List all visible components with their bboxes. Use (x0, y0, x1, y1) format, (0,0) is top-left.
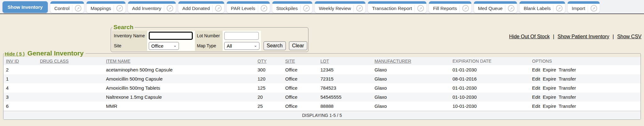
popout-icon[interactable]: ↗ (508, 5, 514, 12)
column-header-manufacturer[interactable]: MANUFACTURER (375, 59, 411, 64)
expire-link[interactable]: Expire (543, 76, 556, 81)
tab-divider (212, 5, 213, 12)
cell-item-name: acetaminophen 500mg Capsule (103, 65, 255, 74)
transfer-link[interactable]: Transfer (558, 67, 576, 72)
show-patient-inventory-link[interactable]: Show Patient Inventory (558, 34, 609, 39)
cell-qty: 120 (255, 74, 283, 83)
popout-icon[interactable]: ↗ (303, 5, 310, 12)
hide-section-link[interactable]: Hide ( 5 ) (5, 51, 25, 56)
paging-status: DISPLAYING 1-5 / 5 (3, 111, 641, 119)
hide-out-of-stock-link[interactable]: Hide Out Of Stock (509, 34, 550, 39)
table-row: 4 Amoxicillin 500mg Tablets 125 Office 7… (3, 83, 641, 92)
expire-link[interactable]: Expire (543, 67, 556, 72)
cell-manufacturer: Glaxo (372, 65, 450, 74)
edit-link[interactable]: Edit (532, 103, 540, 109)
cell-options: Edit Expire Transfer (530, 74, 641, 83)
inventory-name-label: Inventory Name (112, 31, 147, 41)
cell-inv-id: 6 (3, 102, 37, 111)
tab-top-strip (128, 1, 176, 4)
tab-par-levels[interactable]: PAR Levels ↗ (227, 1, 269, 13)
tab-label: Blank Labels (524, 6, 551, 11)
tab-bar: Show Inventory Control ↗ Mappings ↗ Add … (0, 0, 644, 14)
popout-icon[interactable]: ↗ (462, 5, 469, 12)
lot-number-input[interactable] (224, 32, 259, 40)
tab-divider (553, 5, 553, 12)
tab-top-strip (227, 1, 269, 4)
popout-icon[interactable]: ↗ (167, 5, 173, 12)
tab-top-strip (315, 1, 365, 4)
tab-control[interactable]: Control ↗ (50, 1, 84, 13)
tab-label: Control (54, 6, 69, 11)
tab-top-strip (429, 1, 471, 4)
site-select-value: Office (151, 43, 164, 49)
tab-blank-labels[interactable]: Blank Labels ↗ (519, 1, 565, 13)
tab-weekly-review[interactable]: Weekly Review ↗ (315, 1, 365, 13)
cell-manufacturer: Glaxo (372, 83, 450, 92)
edit-link[interactable]: Edit (532, 67, 540, 72)
expire-link[interactable]: Expire (543, 94, 556, 100)
show-csv-link[interactable]: Show CSV (617, 34, 641, 39)
table-header-row: INV ID DRUG CLASS ITEM NAME QTY SITE LOT… (3, 57, 641, 65)
inventory-name-input[interactable] (149, 32, 193, 40)
column-header-drug-class[interactable]: DRUG CLASS (40, 59, 69, 64)
clear-button[interactable]: Clear (289, 41, 307, 50)
cell-lot: 12345 (318, 65, 372, 74)
popout-icon[interactable]: ↗ (116, 5, 123, 12)
tab-fill-reports[interactable]: Fill Reports ↗ (429, 1, 471, 13)
search-panel-title: Search (112, 24, 135, 31)
column-header-qty[interactable]: QTY (258, 59, 267, 64)
popout-icon[interactable]: ↗ (591, 5, 597, 12)
edit-link[interactable]: Edit (532, 94, 540, 100)
tab-divider (300, 5, 301, 12)
tab-label: Add Inventory (132, 6, 161, 11)
tab-label: Weekly Review (319, 6, 351, 11)
tab-show-inventory[interactable]: Show Inventory (3, 1, 48, 13)
popout-icon[interactable]: ↗ (556, 5, 563, 12)
transfer-link[interactable]: Transfer (558, 103, 576, 109)
column-header-item-name[interactable]: ITEM NAME (106, 59, 130, 64)
expire-link[interactable]: Expire (543, 85, 556, 91)
site-select[interactable]: Office ⌄ (149, 42, 179, 50)
tab-import[interactable]: Import ↗ (568, 1, 600, 13)
tab-divider (114, 5, 114, 12)
transfer-link[interactable]: Transfer (558, 76, 576, 81)
column-header-lot[interactable]: LOT (320, 59, 329, 64)
column-header-options: OPTIONS (532, 59, 552, 64)
edit-link[interactable]: Edit (532, 85, 540, 91)
popout-icon[interactable]: ↗ (215, 5, 222, 12)
cell-lot: 54545555 (318, 92, 372, 102)
transfer-link[interactable]: Transfer (558, 94, 576, 100)
column-header-site[interactable]: SITE (285, 59, 295, 64)
cell-item-name: MMR (103, 102, 255, 111)
cell-manufacturer: Glaxo (372, 92, 450, 102)
tab-add-donated[interactable]: Add Donated ↗ (178, 1, 225, 13)
tab-label: Mappings (91, 6, 111, 11)
tab-label: Show Inventory (8, 4, 43, 10)
tab-stockpiles[interactable]: Stockpiles ↗ (272, 1, 312, 13)
tab-add-inventory[interactable]: Add Inventory ↗ (128, 1, 176, 13)
cell-qty: 125 (255, 83, 283, 92)
popout-icon[interactable]: ↗ (356, 5, 363, 12)
search-button[interactable]: Search (264, 41, 286, 50)
tab-top-strip (568, 1, 600, 4)
tab-transaction-report[interactable]: Transaction Report ↗ (368, 1, 426, 13)
cell-inv-id: 2 (3, 65, 37, 74)
popout-icon[interactable]: ↗ (261, 5, 267, 12)
edit-link[interactable]: Edit (532, 76, 540, 81)
cell-lot: 72315 (318, 74, 372, 83)
tab-label: Transaction Report (372, 6, 412, 11)
map-type-select[interactable]: All ⌄ (224, 42, 259, 50)
tab-med-queue[interactable]: Med Queue ↗ (474, 1, 517, 13)
column-header-inv-id[interactable]: INV ID (6, 59, 19, 64)
popout-icon[interactable]: ↗ (75, 5, 81, 12)
tab-mappings[interactable]: Mappings ↗ (86, 1, 125, 13)
cell-expiration-date: 01-01-2030 (450, 83, 530, 92)
tab-label: Fill Reports (433, 6, 457, 11)
expire-link[interactable]: Expire (543, 103, 556, 109)
cell-expiration-date: 10-01-2030 (450, 102, 530, 111)
tab-divider (414, 5, 415, 12)
table-row: 3 Naltrexone 1.5mg Capsule 20 Office 545… (3, 92, 641, 102)
cell-options: Edit Expire Transfer (530, 83, 641, 92)
transfer-link[interactable]: Transfer (558, 85, 576, 91)
popout-icon[interactable]: ↗ (417, 5, 424, 12)
